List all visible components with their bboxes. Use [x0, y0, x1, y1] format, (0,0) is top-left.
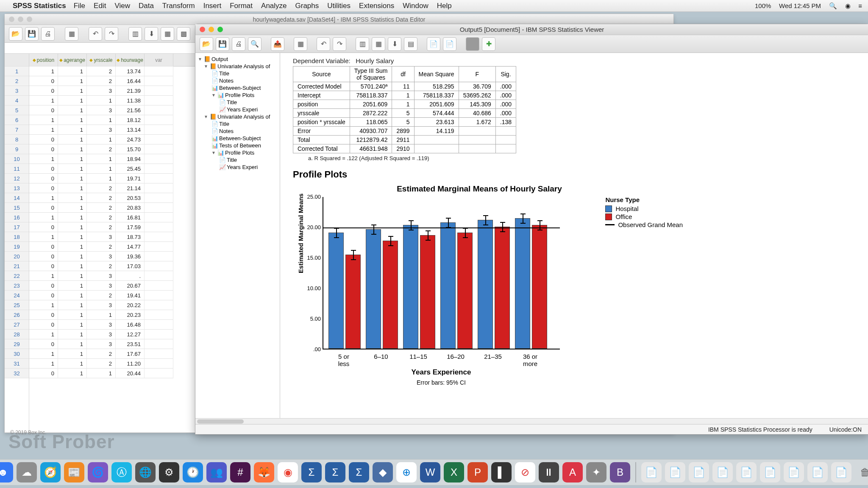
data-cell[interactable]: 1 — [29, 115, 58, 125]
close-icon[interactable] — [200, 27, 205, 32]
data-cell[interactable]: 1 — [58, 125, 87, 135]
profile-plot-chart[interactable]: Estimated Marginal Means of Hourly Salar… — [293, 184, 666, 383]
data-cell[interactable]: 1 — [29, 359, 58, 369]
row-header[interactable]: 19 — [5, 242, 29, 252]
save-icon[interactable]: 💾 — [25, 27, 39, 41]
data-cell[interactable]: 19.36 — [116, 252, 145, 261]
data-cell[interactable]: 2 — [87, 76, 116, 86]
menu-transform[interactable]: Transform — [162, 2, 195, 10]
data-cell[interactable]: 1 — [58, 261, 87, 271]
data-cell[interactable]: 0 — [29, 144, 58, 154]
row-header[interactable]: 7 — [5, 125, 29, 135]
dock-app[interactable]: 🌐 — [135, 462, 156, 482]
data-cell[interactable]: 2 — [87, 213, 116, 222]
data-cell[interactable]: 1 — [58, 86, 87, 96]
data-cell[interactable] — [145, 291, 173, 300]
dock-folder[interactable]: 📄 — [712, 462, 733, 482]
data-cell[interactable] — [145, 330, 173, 339]
zoom-icon[interactable] — [217, 27, 223, 32]
data-cell[interactable]: 16.81 — [116, 213, 145, 222]
dock-app[interactable]: 🕐 — [183, 462, 203, 482]
dock-app[interactable]: 🌀 — [88, 462, 108, 482]
dock-spss[interactable]: Σ — [301, 462, 322, 482]
data-cell[interactable]: 17.67 — [116, 349, 145, 359]
data-cell[interactable]: 1 — [58, 369, 87, 378]
dock-safari[interactable]: 🧭 — [40, 462, 61, 482]
data-cell[interactable] — [145, 281, 173, 291]
outline-scrollbar[interactable] — [195, 418, 868, 424]
data-cell[interactable] — [145, 300, 173, 310]
row-header[interactable]: 2 — [5, 76, 29, 86]
dock-acrobat[interactable]: A — [562, 462, 583, 482]
export-icon[interactable]: 📤 — [271, 37, 284, 51]
search-icon[interactable]: 🔍 — [829, 2, 837, 9]
data-cell[interactable] — [145, 213, 173, 222]
row-header[interactable]: 21 — [5, 261, 29, 271]
data-cell[interactable]: 1 — [58, 115, 87, 125]
data-cell[interactable]: 3 — [87, 339, 116, 349]
data-cell[interactable]: 21.14 — [116, 183, 145, 193]
data-cell[interactable]: 1 — [29, 232, 58, 242]
dock-spss[interactable]: Σ — [325, 462, 345, 482]
data-cell[interactable]: 2 — [87, 203, 116, 213]
data-cell[interactable]: 2 — [87, 67, 116, 76]
data-cell[interactable]: 1 — [29, 330, 58, 339]
row-header[interactable]: 1 — [5, 67, 29, 76]
data-cell[interactable]: 20.53 — [116, 193, 145, 203]
data-cell[interactable]: 20.23 — [116, 310, 145, 320]
data-cell[interactable]: 1 — [58, 76, 87, 86]
data-cell[interactable] — [145, 105, 173, 115]
column-header[interactable]: ◆agerange — [58, 54, 87, 67]
gray-icon[interactable] — [466, 37, 479, 51]
menu-window[interactable]: Window — [403, 2, 428, 10]
data-cell[interactable]: 14.77 — [116, 242, 145, 252]
data-cell[interactable] — [145, 252, 173, 261]
undo-icon[interactable]: ↶ — [317, 37, 330, 51]
menu-file[interactable]: File — [74, 2, 85, 10]
dock-chrome[interactable]: ◉ — [278, 462, 298, 482]
undo-icon[interactable]: ↶ — [89, 27, 102, 41]
outline-item[interactable]: Notes — [219, 78, 234, 84]
data-cell[interactable]: 1 — [58, 183, 87, 193]
goto-case-icon[interactable]: ▥ — [128, 27, 142, 41]
data-cell[interactable]: 2 — [87, 222, 116, 232]
outline-item[interactable]: Title — [227, 157, 237, 163]
data-cell[interactable]: 18.94 — [116, 154, 145, 164]
row-header[interactable]: 5 — [5, 105, 29, 115]
data-cell[interactable] — [145, 261, 173, 271]
row-header[interactable]: 15 — [5, 203, 29, 213]
data-cell[interactable]: 1 — [58, 193, 87, 203]
data-cell[interactable]: 0 — [29, 281, 58, 291]
new-icon[interactable]: 📄 — [443, 37, 456, 51]
data-cell[interactable]: 3 — [87, 330, 116, 339]
data-cell[interactable]: 1 — [29, 154, 58, 164]
data-cell[interactable]: 1 — [58, 320, 87, 330]
data-cell[interactable]: 1 — [58, 252, 87, 261]
data-cell[interactable]: 11.38 — [116, 96, 145, 105]
dock-folder[interactable]: 📄 — [831, 462, 851, 482]
data-cell[interactable]: 0 — [29, 105, 58, 115]
row-header[interactable]: 11 — [5, 164, 29, 174]
data-cell[interactable]: 1 — [58, 330, 87, 339]
select-last-icon[interactable]: ▤ — [404, 37, 417, 51]
row-header[interactable]: 10 — [5, 154, 29, 164]
outline-item[interactable]: Title — [219, 121, 229, 127]
row-header[interactable]: 6 — [5, 115, 29, 125]
menu-format[interactable]: Format — [230, 2, 253, 10]
data-cell[interactable] — [145, 135, 173, 144]
outline-item[interactable]: Tests of Between — [219, 142, 261, 149]
outline-item[interactable]: Univariate Analysis of — [217, 114, 270, 120]
designate-icon[interactable]: 📄 — [427, 37, 440, 51]
data-cell[interactable]: 2 — [87, 359, 116, 369]
row-header[interactable]: 13 — [5, 183, 29, 193]
close-icon[interactable] — [9, 17, 14, 22]
data-cell[interactable]: 20.44 — [116, 369, 145, 378]
data-cell[interactable]: 1 — [58, 154, 87, 164]
data-cell[interactable]: 0 — [29, 291, 58, 300]
menu-help[interactable]: Help — [437, 2, 452, 10]
data-cell[interactable] — [145, 154, 173, 164]
outline-root[interactable]: Output — [211, 56, 228, 62]
data-cell[interactable] — [145, 222, 173, 232]
data-cell[interactable] — [145, 232, 173, 242]
menu-utilities[interactable]: Utilities — [327, 2, 351, 10]
